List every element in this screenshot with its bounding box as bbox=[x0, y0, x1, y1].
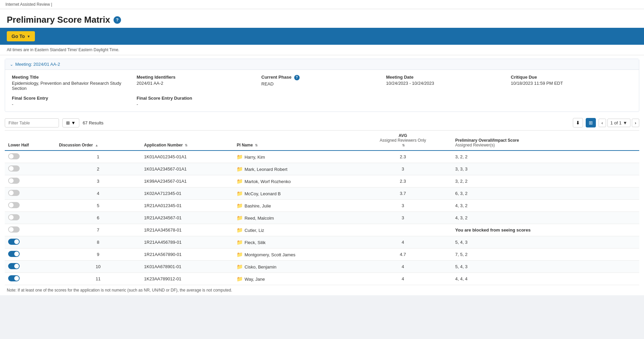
table-toolbar: ⊞ ▼ 67 Results ⬇ ⊞ ‹ 1 of 1 ▼ › bbox=[0, 115, 644, 130]
table-row: 21K01AA234567-01A1📁Mark, Leonard Robert3… bbox=[5, 163, 639, 175]
lower-half-header: Lower Half bbox=[5, 131, 56, 151]
application-number-cell: 1R21AA345678-01 bbox=[141, 224, 233, 236]
lower-half-toggle[interactable] bbox=[8, 263, 20, 269]
lower-half-toggle[interactable] bbox=[8, 178, 20, 184]
pi-name-text: Cisko, Benjamin bbox=[244, 264, 276, 270]
critique-due-value: 10/18/2023 11:59 PM EDT bbox=[511, 81, 632, 86]
discussion-order-cell: 8 bbox=[56, 236, 141, 248]
final-score-entry-field: Final Score Entry - bbox=[12, 96, 133, 107]
pi-name-cell: 📁Cisko, Benjamin bbox=[233, 261, 354, 273]
goto-button[interactable]: Go To ▼ bbox=[7, 31, 35, 41]
application-number-header[interactable]: Application Number ⇅ bbox=[141, 131, 233, 151]
lower-half-toggle[interactable] bbox=[8, 153, 20, 159]
current-phase-label: Current Phase ? bbox=[261, 75, 383, 80]
discussion-order-sort-icon: ▲ bbox=[95, 143, 98, 147]
avg-cell: 4 bbox=[354, 261, 452, 273]
folder-icon[interactable]: 📁 bbox=[237, 166, 243, 172]
help-icon[interactable]: ? bbox=[114, 16, 121, 24]
application-number-cell: 1K23AA789012-01 bbox=[141, 273, 233, 285]
folder-icon[interactable]: 📁 bbox=[237, 203, 243, 208]
prev-page-button[interactable]: ‹ bbox=[599, 119, 606, 127]
application-number-cell: 1K01AA234567-01A1 bbox=[141, 163, 233, 175]
pi-name-cell: 📁Harry, Kim bbox=[233, 151, 354, 163]
discussion-order-cell: 1 bbox=[56, 151, 141, 163]
pi-name-cell: 📁Cutler, Liz bbox=[233, 224, 354, 236]
folder-icon[interactable]: 📁 bbox=[237, 264, 243, 270]
folder-icon[interactable]: 📁 bbox=[237, 239, 243, 245]
lower-half-toggle[interactable] bbox=[8, 251, 20, 257]
final-score-entry-label: Final Score Entry bbox=[12, 96, 133, 101]
application-number-cell: 1K02AA712345-01 bbox=[141, 187, 233, 200]
pi-name-cell: 📁Martok, Worf Rozhenko bbox=[233, 175, 354, 187]
final-score-entry-duration-field: Final Score Entry Duration - bbox=[137, 96, 258, 107]
folder-icon[interactable]: 📁 bbox=[237, 178, 243, 184]
next-page-button[interactable]: › bbox=[632, 119, 639, 127]
lower-half-toggle[interactable] bbox=[8, 239, 20, 245]
avg-cell: 2.3 bbox=[354, 151, 452, 163]
download-button[interactable]: ⬇ bbox=[573, 118, 583, 127]
goto-arrow-icon: ▼ bbox=[27, 35, 30, 38]
blocked-text: You are blocked from seeing scores bbox=[455, 227, 530, 233]
pi-name-text: Harry, Kim bbox=[244, 155, 265, 160]
table-body: 11K01AA012345-01A1📁Harry, Kim2.33, 2, 22… bbox=[5, 151, 639, 285]
meeting-toggle[interactable]: ⌄ Meeting: 2024/01 AA-2 bbox=[5, 59, 639, 70]
avg-header[interactable]: AVG Assigned Reviewers Only ⇅ bbox=[354, 131, 452, 151]
current-phase-value: READ bbox=[261, 81, 383, 86]
folder-icon[interactable]: 📁 bbox=[237, 154, 243, 160]
lower-half-cell bbox=[5, 151, 56, 163]
lower-half-cell bbox=[5, 200, 56, 212]
discussion-order-cell: 10 bbox=[56, 261, 141, 273]
application-number-cell: 1R21AA012345-01 bbox=[141, 200, 233, 212]
page-indicator: 1 of 1 ▼ bbox=[607, 119, 630, 127]
lower-half-cell bbox=[5, 163, 56, 175]
critique-due-label: Critique Due bbox=[511, 75, 632, 80]
meeting-identifiers-label: Meeting Identifiers bbox=[137, 75, 258, 80]
folder-icon[interactable]: 📁 bbox=[237, 191, 243, 196]
meeting-identifiers-value: 2024/01 AA-2 bbox=[137, 81, 258, 86]
column-toggle-button[interactable]: ⊞ ▼ bbox=[62, 118, 79, 127]
page-dropdown-arrow[interactable]: ▼ bbox=[623, 120, 627, 125]
topbar: Internet Assisted Review | bbox=[0, 0, 644, 9]
discussion-order-cell: 9 bbox=[56, 248, 141, 261]
meeting-title-label: Meeting Title bbox=[12, 75, 133, 80]
grid-view-button[interactable]: ⊞ bbox=[586, 118, 596, 127]
prelim-score-cell: 3, 3, 3 bbox=[452, 163, 639, 175]
lower-half-toggle[interactable] bbox=[8, 226, 20, 233]
pi-name-header[interactable]: PI Name ⇅ bbox=[233, 131, 354, 151]
lower-half-toggle[interactable] bbox=[8, 190, 20, 196]
avg-cell: 3.7 bbox=[354, 187, 452, 200]
meeting-section: ⌄ Meeting: 2024/01 AA-2 Meeting Title Ep… bbox=[5, 59, 639, 112]
discussion-order-cell: 2 bbox=[56, 163, 141, 175]
prelim-score-cell: 4, 3, 2 bbox=[452, 200, 639, 212]
lower-half-cell bbox=[5, 187, 56, 200]
folder-icon[interactable]: 📁 bbox=[237, 215, 243, 221]
table-row: 91R21AA567890-01📁Montgomery, Scott James… bbox=[5, 248, 639, 261]
discussion-order-cell: 11 bbox=[56, 273, 141, 285]
lower-half-toggle[interactable] bbox=[8, 202, 20, 208]
prelim-score-cell: 7, 5, 2 bbox=[452, 248, 639, 261]
filter-input[interactable] bbox=[5, 118, 59, 127]
pi-name-text: Martok, Worf Rozhenko bbox=[244, 179, 290, 184]
prelim-score-cell: 5, 4, 3 bbox=[452, 261, 639, 273]
folder-icon[interactable]: 📁 bbox=[237, 276, 243, 282]
table-actions: ⬇ ⊞ ‹ 1 of 1 ▼ › bbox=[573, 118, 639, 127]
current-phase-help-icon[interactable]: ? bbox=[294, 75, 300, 80]
lower-half-toggle[interactable] bbox=[8, 165, 20, 172]
prelim-score-cell: You are blocked from seeing scores bbox=[452, 224, 639, 236]
prelim-score-cell: 4, 4, 4 bbox=[452, 273, 639, 285]
results-count: 67 Results bbox=[83, 120, 103, 125]
breadcrumb: Internet Assisted Review bbox=[5, 2, 50, 7]
lower-half-toggle[interactable] bbox=[8, 275, 20, 281]
prelim-score-cell: 5, 4, 3 bbox=[452, 236, 639, 248]
application-number-cell: 1R21AA567890-01 bbox=[141, 248, 233, 261]
folder-icon[interactable]: 📁 bbox=[237, 252, 243, 257]
pi-name-text: Cutler, Liz bbox=[244, 228, 264, 233]
table-row: 111K23AA789012-01📁Way, Jane44, 4, 4 bbox=[5, 273, 639, 285]
avg-sort-icon: ⇅ bbox=[402, 143, 405, 147]
discussion-order-cell: 4 bbox=[56, 187, 141, 200]
discussion-order-header[interactable]: Discussion Order ▲ bbox=[56, 131, 141, 151]
lower-half-toggle[interactable] bbox=[8, 214, 20, 220]
prelim-score-cell: 6, 3, 2 bbox=[452, 187, 639, 200]
prelim-score-cell: 3, 2, 2 bbox=[452, 151, 639, 163]
folder-icon[interactable]: 📁 bbox=[237, 227, 243, 233]
